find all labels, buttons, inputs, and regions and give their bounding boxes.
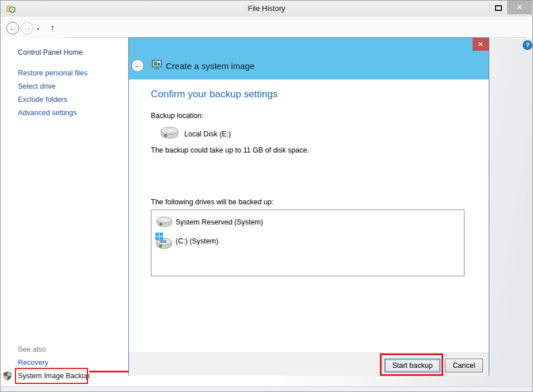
dialog-close-button[interactable]: ✕ [473, 38, 489, 51]
drives-list: System Reserved (System) (C:) (System) [151, 210, 465, 276]
dialog-title: Create a system image [166, 61, 254, 71]
see-also-heading: See also [18, 345, 46, 353]
sidebar-item-exclude-folders[interactable]: Exclude folders [18, 96, 67, 104]
title-bar: File History ✕ [1, 1, 532, 17]
history-dropdown-icon[interactable]: ▾ [37, 26, 39, 32]
navigation-bar: ← → ▾ ↑ ▸ Control Panel ▸ System and Sec… [1, 17, 532, 39]
drives-label: The following drives will be backed up: [151, 198, 273, 206]
maximize-button[interactable] [495, 5, 502, 11]
start-backup-button[interactable]: Start backup [384, 359, 440, 372]
sidebar-item-recovery[interactable]: Recovery [18, 359, 48, 367]
drive-name: System Reserved (System) [176, 218, 263, 226]
sidebar-item-restore-personal-files[interactable]: Restore personal files [18, 69, 87, 77]
help-icon[interactable]: ? [523, 40, 532, 50]
uac-shield-icon [3, 371, 12, 380]
back-button[interactable]: ← [6, 22, 19, 35]
dialog-header [129, 38, 489, 79]
close-button[interactable]: ✕ [507, 1, 532, 14]
windows-system-disk-icon [155, 232, 173, 249]
file-history-window: File History ✕ ← → ▾ ↑ ▸ Control Panel ▸… [0, 0, 533, 392]
system-image-icon [152, 60, 162, 70]
forward-button[interactable]: → [21, 22, 33, 35]
backup-location-value: Local Disk (E:) [184, 130, 231, 138]
sidebar-item-control-panel-home[interactable]: Control Panel Home [18, 48, 83, 56]
hard-disk-icon [160, 126, 180, 140]
minimize-button[interactable] [475, 2, 490, 13]
sidebar-item-advanced-settings[interactable]: Advanced settings [18, 109, 77, 117]
sidebar-item-select-drive[interactable]: Select drive [18, 82, 55, 90]
cancel-button[interactable]: Cancel [445, 359, 483, 372]
window-bottom-frame [1, 386, 532, 392]
space-note: The backup could take up to 11 GB of dis… [151, 146, 309, 154]
annotation-highlight-system-image-backup [15, 368, 88, 384]
create-system-image-dialog: ✕ ← Create a system image Confirm your b… [128, 37, 489, 376]
drive-name: (C:) (System) [176, 237, 218, 245]
dialog-back-button[interactable]: ← [131, 59, 144, 72]
up-button[interactable]: ↑ [50, 23, 55, 33]
hard-disk-icon [156, 216, 173, 229]
window-title: File History [1, 4, 532, 13]
backup-location-label: Backup location: [151, 112, 204, 120]
dialog-heading: Confirm your backup settings [151, 89, 277, 100]
